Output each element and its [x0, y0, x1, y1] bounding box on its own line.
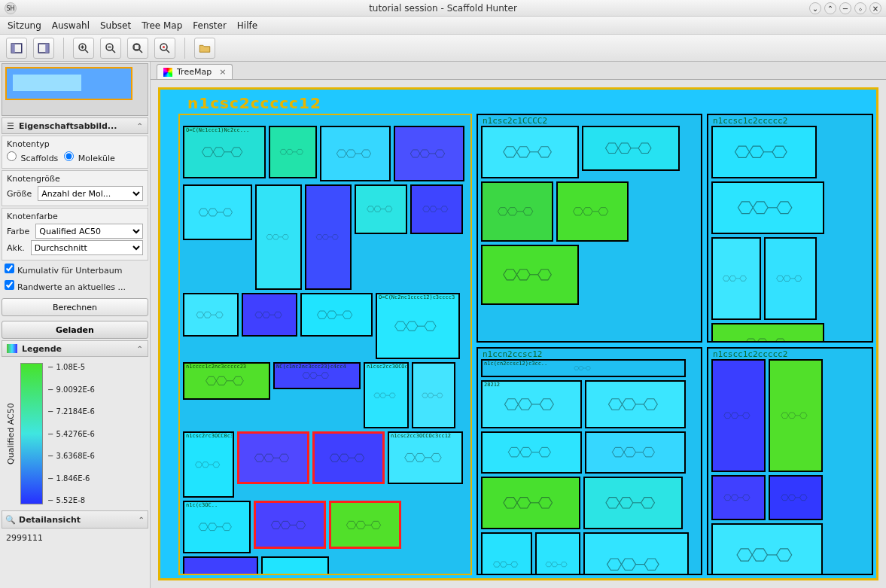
treemap-cell[interactable]: n1c(c3OC.. [183, 501, 251, 553]
treemap-cell[interactable] [711, 523, 823, 576]
menu-auswahl[interactable]: Auswahl [52, 20, 90, 31]
akk-select[interactable]: Durchschnitt [31, 240, 143, 255]
treemap-cell[interactable]: NC(c1nc2nc3ccc23)c4cc4 [273, 362, 361, 389]
treemap-cell[interactable] [355, 184, 407, 234]
treemap-region[interactable]: n1ccsc1c2ccccc2 [707, 114, 873, 343]
window-roll-up-icon[interactable]: ⌃ [824, 2, 836, 14]
treemap-cell[interactable] [261, 556, 329, 575]
zoom-fit-icon[interactable] [127, 38, 148, 59]
radio-scaffolds[interactable]: Scaffolds [7, 151, 58, 163]
treemap-region[interactable]: n1csc2c1CCCC2 [476, 114, 702, 343]
treemap-icon [163, 68, 172, 77]
menu-fenster[interactable]: Fenster [193, 20, 227, 31]
treemap-cell[interactable] [583, 477, 683, 529]
treemap-cell[interactable]: O=C(Nc2nc1cccc12)c3cccc3 [376, 293, 460, 359]
treemap-cell[interactable] [183, 184, 252, 240]
treemap-cell[interactable] [711, 237, 761, 320]
menu-tree map[interactable]: Tree Map [142, 20, 182, 31]
treemap-cell[interactable] [320, 126, 391, 181]
cell-label: 28212 [484, 382, 500, 388]
treemap-cell[interactable]: n1csc2rc3OCC0c3ccc12 [183, 431, 234, 498]
treemap-cell[interactable]: n1c(cn2ccsc12)c3cc.. [481, 359, 686, 377]
geladen-button[interactable]: Geladen [2, 321, 148, 339]
treemap-cell[interactable] [769, 359, 823, 472]
chevron-up-icon[interactable]: ⌃ [137, 122, 143, 130]
treemap-cell[interactable] [556, 181, 629, 242]
panel-right-icon[interactable] [33, 38, 54, 59]
detail-title: Detailansicht [19, 515, 81, 525]
menu-sitzung[interactable]: Sitzung [8, 20, 41, 31]
radio-molekuele[interactable]: Moleküle [64, 151, 114, 163]
treemap-cell[interactable] [183, 293, 239, 337]
farbe-select[interactable]: Qualified AC50 [35, 224, 143, 239]
treemap-cell[interactable] [583, 532, 689, 576]
tab-treemap[interactable]: TreeMap × [157, 64, 233, 79]
treemap-cell[interactable] [254, 501, 326, 549]
svg-marker-78 [380, 393, 386, 398]
treemap-cell[interactable] [410, 184, 463, 234]
mapping-panel-header[interactable]: ☰ Eigenschaftsabbild... ⌃ [2, 117, 148, 134]
treemap-cell[interactable] [255, 184, 302, 290]
treemap-region[interactable]: n1ccn2ccsc12n1c(cn2ccsc12)c3cc..28212 [476, 347, 702, 576]
treemap-cell[interactable] [183, 556, 258, 575]
treemap-cell[interactable] [269, 126, 317, 178]
treemap-cell[interactable] [305, 184, 352, 290]
detail-panel-header[interactable]: 🔍 Detailansicht ⌃ [2, 510, 148, 529]
treemap-cell[interactable] [535, 532, 580, 576]
treemap-region[interactable]: n1cscc1c2ccccc2 [707, 347, 873, 576]
treemap-root[interactable]: n1csc2ccccc12 O=C(Nc1ccc1)Nc2cc...O=C(Nc… [158, 87, 878, 580]
cell-label: n1cccc1c2nc3ccccc23 [186, 364, 246, 370]
treemap-cell[interactable] [711, 359, 766, 472]
window-maximize-icon[interactable]: ⬨ [854, 2, 866, 14]
treemap-cell[interactable] [711, 323, 824, 343]
menu-subset[interactable]: Subset [100, 20, 131, 31]
treemap-cell[interactable] [711, 181, 824, 234]
open-folder-icon[interactable] [194, 38, 215, 59]
zoom-out-icon[interactable] [100, 38, 121, 59]
treemap-cell[interactable]: n1csc2cc3OCCOc3cc12 [388, 431, 463, 484]
treemap-cell[interactable] [237, 431, 309, 484]
treemap-cell[interactable]: n1csc2cc3OCOc3cc12 [364, 362, 409, 428]
menu-hilfe[interactable]: Hilfe [237, 20, 257, 31]
check-randwerte[interactable]: Randwerte an aktuelles ... [5, 280, 126, 292]
check-kumulativ[interactable]: Kumulativ für Unterbaum [5, 264, 122, 276]
window-roll-down-icon[interactable]: ⌄ [809, 2, 821, 14]
treemap-cell[interactable] [481, 477, 580, 529]
svg-marker-154 [784, 276, 790, 281]
treemap-cell[interactable] [711, 126, 817, 178]
treemap-cell[interactable] [242, 293, 297, 337]
chevron-up-icon[interactable]: ⌃ [139, 516, 145, 524]
treemap-cell[interactable] [481, 181, 553, 242]
treemap-cell[interactable]: 28212 [481, 380, 582, 428]
berechnen-button[interactable]: Berechnen [2, 298, 148, 316]
svg-marker-29 [410, 150, 420, 157]
treemap-cell[interactable] [329, 501, 401, 549]
treemap-cell[interactable] [481, 532, 532, 576]
zoom-in-icon[interactable] [73, 38, 94, 59]
treemap-cell[interactable] [585, 380, 686, 428]
treemap-cell[interactable] [394, 126, 464, 181]
treemap-cell[interactable] [764, 237, 817, 320]
treemap-cell[interactable] [481, 245, 579, 305]
treemap-cell[interactable]: n1cccc1c2nc3ccccc23 [183, 362, 270, 400]
chevron-up-icon[interactable]: ⌃ [137, 345, 143, 353]
treemap-cell[interactable] [412, 362, 455, 428]
treemap-cell[interactable] [481, 431, 582, 474]
window-minimize-icon[interactable]: − [839, 2, 851, 14]
treemap-cell[interactable] [711, 475, 766, 520]
window-close-icon[interactable]: × [869, 2, 881, 14]
treemap-cell[interactable] [481, 126, 579, 178]
close-icon[interactable]: × [219, 67, 226, 77]
treemap-cell[interactable] [585, 431, 686, 474]
panel-left-icon[interactable] [6, 38, 27, 59]
treemap-cell[interactable] [300, 293, 373, 337]
treemap-cell[interactable] [312, 431, 385, 484]
zoom-target-icon[interactable] [154, 38, 175, 59]
treemap-region[interactable]: O=C(Nc1ccc1)Nc2cc...O=C(Nc2nc1cccc12)c3c… [178, 114, 472, 575]
groesse-select[interactable]: Anzahl der Mol... [38, 186, 143, 201]
legend-panel-header[interactable]: Legende ⌃ [2, 340, 148, 357]
treemap-cell[interactable] [769, 475, 823, 520]
minimap[interactable] [2, 63, 148, 116]
treemap-cell[interactable] [582, 126, 680, 171]
treemap-cell[interactable]: O=C(Nc1ccc1)Nc2cc... [183, 126, 266, 178]
